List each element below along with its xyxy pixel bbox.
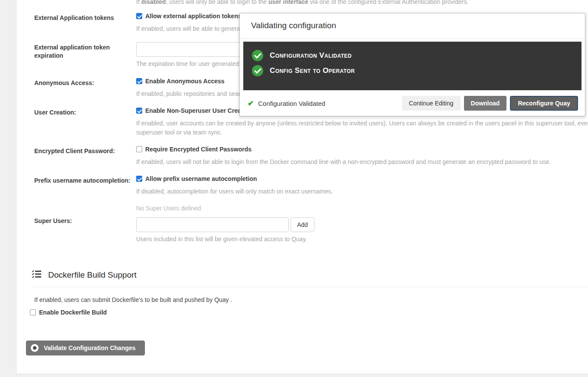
super-user-input[interactable] <box>136 217 289 232</box>
checkbox-label: Enable Non-Superuser User Creation <box>145 107 252 114</box>
record-icon <box>31 344 39 352</box>
section-title: Dockerfile Build Support <box>48 270 137 280</box>
continue-editing-button[interactable]: Continue Editing <box>402 96 461 111</box>
download-button[interactable]: Download <box>464 96 507 111</box>
check-circle-icon <box>252 65 263 76</box>
dockerfile-build-section-header: Dockerfile Build Support <box>32 270 588 280</box>
checkbox-label: Enable Anonymous Access <box>145 78 225 85</box>
validate-configuration-button[interactable]: Validate Configuration Changes <box>26 341 145 355</box>
footer-status-text: Configuration Validated <box>258 100 325 107</box>
validating-configuration-modal: Validating configuration Configuration V… <box>239 13 585 116</box>
allow-prefix-autocompletion-checkbox[interactable] <box>136 176 142 182</box>
check-circle-icon <box>252 50 263 61</box>
field-label: Anonymous Access: <box>34 78 136 98</box>
field-help-text: If disabled, autocompletion for users wi… <box>136 188 588 195</box>
checkbox-label: Enable Dockerfile Build <box>39 309 107 316</box>
status-row: Config Sent to Operator <box>252 65 581 76</box>
status-row: Configuration Validated <box>252 50 581 61</box>
row-encrypted-client-password: Encrypted Client Password: Require Encry… <box>34 146 588 166</box>
field-label: Super Users: <box>34 205 136 243</box>
enable-user-creation-checkbox[interactable] <box>136 108 142 114</box>
field-label: External Application tokens <box>34 13 136 33</box>
dockerfile-build-description: If enabled, users can submit Dockerfile'… <box>34 296 588 303</box>
checkbox-label: Allow external application tokens <box>145 13 242 20</box>
footer-status: ✔ Configuration Validated <box>248 100 399 107</box>
field-help-text: If enabled, user accounts can be created… <box>136 120 588 136</box>
status-label: Config Sent to Operator <box>270 66 355 75</box>
field-label: Prefix username autocompletion: <box>34 175 136 195</box>
row-prefix-autocompletion: Prefix username autocompletion: Allow pr… <box>34 175 588 195</box>
allow-external-tokens-checkbox[interactable] <box>136 13 142 19</box>
enable-dockerfile-build-checkbox[interactable] <box>30 309 36 315</box>
modal-header: Validating configuration <box>240 13 585 39</box>
reconfigure-quay-button[interactable]: Reconfigure Quay <box>510 96 578 111</box>
field-label: External application token expiration <box>34 42 136 68</box>
checkbox-label: Require Encrypted Client Passwords <box>145 146 252 153</box>
add-super-user-button[interactable]: Add <box>291 217 314 232</box>
field-help-text: Users included in this list will be give… <box>136 236 588 243</box>
field-label: Encrypted Client Password: <box>34 146 136 166</box>
check-icon: ✔ <box>248 100 254 107</box>
validation-status-panel: Configuration Validated Config Sent to O… <box>243 42 581 90</box>
modal-title: Validating configuration <box>251 21 336 30</box>
checkbox-label: Allow prefix username autocompletion <box>145 175 257 182</box>
require-encrypted-passwords-checkbox[interactable] <box>136 146 142 152</box>
section-divider <box>32 287 588 287</box>
tasks-icon <box>32 270 42 280</box>
no-super-users-text: No Super Users defined <box>136 205 588 212</box>
field-help-text: If enabled, users will not be able to lo… <box>136 158 588 166</box>
field-label: User Creation: <box>34 107 136 136</box>
row-super-users: Super Users: No Super Users defined Add … <box>34 205 588 243</box>
enable-anonymous-access-checkbox[interactable] <box>136 78 142 84</box>
modal-footer: ✔ Configuration Validated Continue Editi… <box>240 90 585 116</box>
external-auth-help-text: If disabled, users will only be able to … <box>136 0 588 6</box>
status-label: Configuration Validated <box>270 51 352 60</box>
